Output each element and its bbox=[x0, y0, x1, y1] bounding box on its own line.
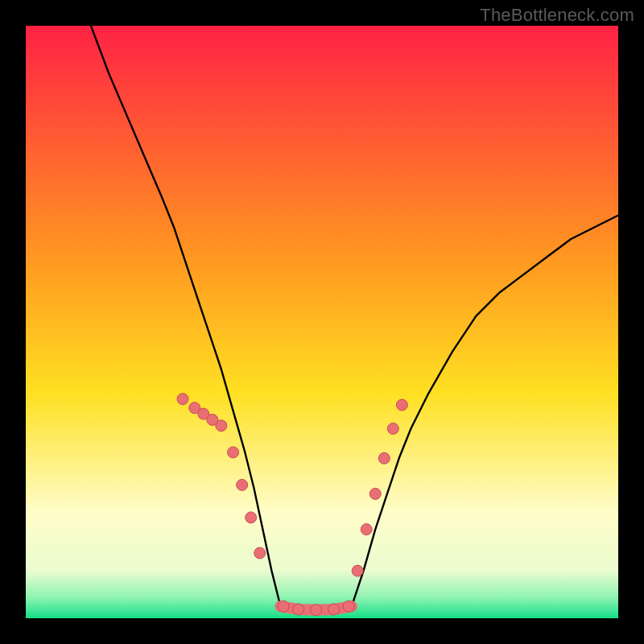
data-point bbox=[343, 601, 354, 612]
data-point bbox=[228, 447, 239, 458]
data-point bbox=[254, 547, 266, 559]
data-point bbox=[293, 604, 304, 615]
bottleneck-chart bbox=[26, 26, 618, 618]
data-point bbox=[246, 512, 257, 523]
data-point bbox=[352, 565, 363, 576]
data-point bbox=[177, 394, 188, 405]
data-point bbox=[328, 604, 340, 615]
watermark-text: TheBottleneck.com bbox=[480, 5, 634, 26]
data-point bbox=[396, 399, 407, 411]
data-point bbox=[311, 605, 322, 616]
data-point bbox=[361, 524, 372, 535]
data-point bbox=[378, 452, 390, 464]
data-point bbox=[278, 601, 289, 612]
gradient-background bbox=[26, 26, 618, 618]
plot-area bbox=[26, 26, 618, 618]
data-point bbox=[237, 479, 248, 490]
data-point bbox=[216, 420, 227, 431]
data-point bbox=[387, 423, 398, 434]
chart-frame: TheBottleneck.com bbox=[0, 0, 644, 644]
data-point bbox=[369, 488, 381, 499]
